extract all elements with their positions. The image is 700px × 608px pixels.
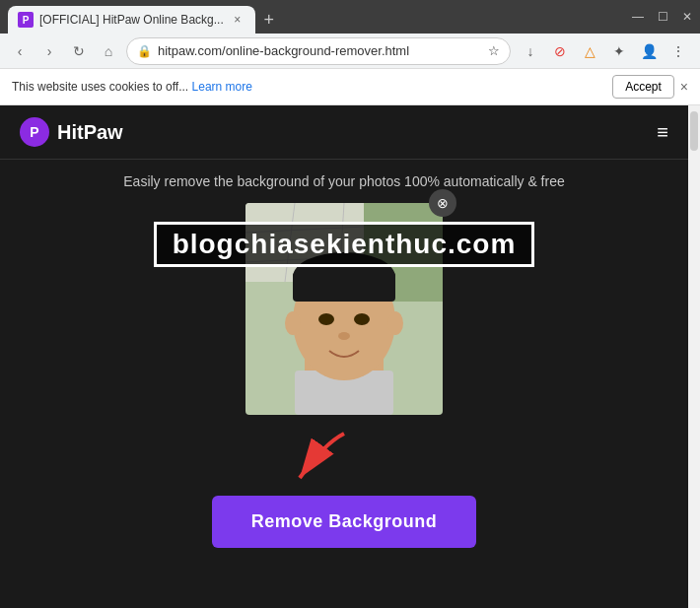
tab-title: [OFFICIAL] HitPaw Online Backg...: [39, 13, 224, 27]
hamburger-menu-icon[interactable]: ≡: [657, 121, 668, 144]
svg-point-14: [354, 313, 370, 325]
tab-favicon: P: [18, 12, 34, 28]
home-button[interactable]: ⌂: [97, 39, 120, 63]
new-tab-button[interactable]: +: [255, 6, 283, 34]
adblock-icon[interactable]: ⊘: [546, 37, 574, 65]
back-button[interactable]: ‹: [8, 39, 32, 63]
arrow-icon: [265, 429, 364, 488]
extension-icon1[interactable]: △: [576, 37, 603, 65]
active-tab[interactable]: P [OFFICIAL] HitPaw Online Backg... ×: [8, 6, 255, 34]
arrow-container: [20, 429, 668, 488]
avatar-icon[interactable]: 👤: [635, 37, 663, 65]
tab-strip: P [OFFICIAL] HitPaw Online Backg... × +: [8, 0, 626, 34]
accept-cookies-button[interactable]: Accept: [612, 75, 674, 99]
address-bar: ‹ › ↻ ⌂ 🔒 hitpaw.com/online-background-r…: [0, 34, 700, 69]
menu-button[interactable]: ⋮: [665, 37, 692, 65]
download-icon[interactable]: ↓: [517, 37, 544, 65]
scrollbar-thumb[interactable]: [690, 111, 698, 151]
svg-rect-12: [293, 272, 395, 302]
remove-background-button[interactable]: Remove Background: [212, 496, 477, 548]
logo-icon: P: [20, 117, 49, 147]
url-bar[interactable]: 🔒 hitpaw.com/online-background-remover.h…: [126, 37, 511, 65]
cookie-banner: This website uses cookies to off... Lear…: [0, 69, 700, 105]
cookie-close-button[interactable]: ×: [680, 79, 688, 95]
main-content: Easily remove the background of your pho…: [0, 160, 688, 608]
refresh-button[interactable]: ↻: [67, 39, 91, 63]
minimize-button[interactable]: —: [632, 10, 644, 24]
tagline-text: Easily remove the background of your pho…: [123, 173, 564, 189]
svg-point-13: [318, 313, 334, 325]
lock-icon: 🔒: [137, 44, 152, 58]
page-container: blogchiasekienthuc.com P HitPaw ≡ Easily…: [0, 105, 700, 608]
window-controls: — ☐ ✕: [632, 10, 692, 24]
title-bar: P [OFFICIAL] HitPaw Online Backg... × + …: [0, 0, 700, 34]
svg-point-16: [285, 311, 301, 335]
close-image-button[interactable]: ⊗: [429, 189, 456, 217]
url-text: hitpaw.com/online-background-remover.htm…: [158, 43, 482, 58]
cookie-text: This website uses cookies to off... Lear…: [12, 80, 606, 94]
learn-more-link[interactable]: Learn more: [192, 80, 252, 94]
page-content: blogchiasekienthuc.com P HitPaw ≡ Easily…: [0, 105, 688, 608]
bookmark-icon[interactable]: ☆: [488, 43, 500, 58]
logo-name: HitPaw: [57, 121, 123, 144]
image-upload-area: ⊗: [245, 203, 443, 415]
person-image: [245, 203, 443, 415]
extensions-button[interactable]: ✦: [605, 37, 633, 65]
forward-button[interactable]: ›: [37, 39, 61, 63]
maximize-button[interactable]: ☐: [658, 10, 668, 24]
svg-point-15: [338, 332, 350, 340]
scrollbar[interactable]: [688, 105, 700, 608]
logo: P HitPaw: [20, 117, 123, 147]
site-header: P HitPaw ≡: [0, 105, 688, 160]
tab-close-button[interactable]: ×: [230, 12, 245, 28]
close-window-button[interactable]: ✕: [682, 10, 692, 24]
svg-point-17: [387, 311, 403, 335]
toolbar-icons: ↓ ⊘ △ ✦ 👤 ⋮: [517, 37, 692, 65]
